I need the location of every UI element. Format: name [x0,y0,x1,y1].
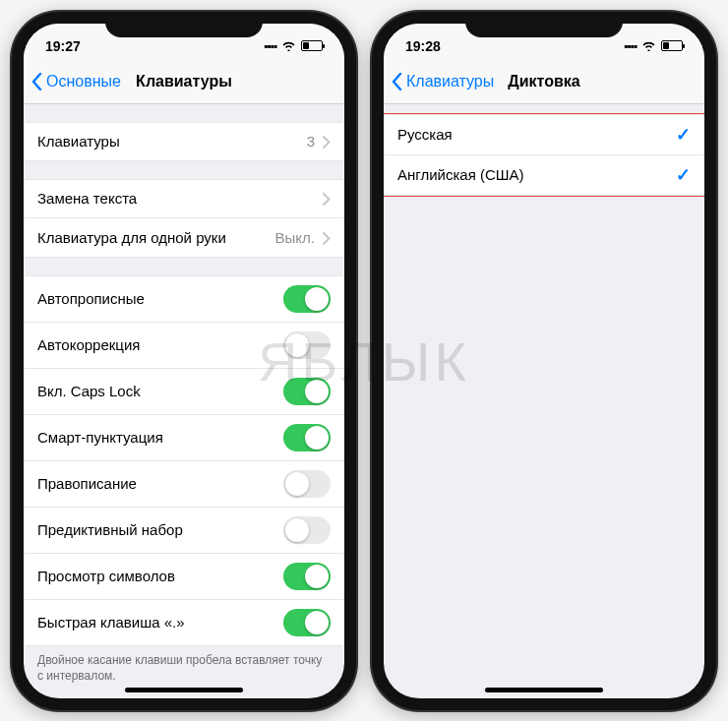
toggle-switch[interactable] [283,331,331,359]
back-label: Клавиатуры [406,73,494,90]
toggle-row[interactable]: Правописание [24,461,344,508]
checkmark-icon: ✓ [676,164,691,186]
battery-icon [301,40,323,51]
page-title: Клавиатуры [136,73,232,90]
cell-label: Смарт-пунктуация [37,429,163,446]
back-button[interactable]: Основные [24,73,121,90]
cell-label: Предиктивный набор [37,521,183,538]
cell-label: Автокоррекция [37,336,140,353]
toggle-switch[interactable] [283,424,331,451]
toggle-switch[interactable] [283,563,331,590]
cell-label: Быстрая клавиша «.» [37,614,185,631]
toggle-row[interactable]: Просмотр символов [24,554,344,600]
toggle-row[interactable]: Предиктивный набор [24,508,344,554]
settings-content[interactable]: Клавиатуры 3 Замена текста [24,104,344,698]
chevron-left-icon [392,73,402,90]
back-button[interactable]: Клавиатуры [384,73,494,90]
toggle-switch[interactable] [283,285,331,313]
screen-right: 19:28 ▪▪▪▪ Клавиатуры Диктовка Русская✓А… [384,24,704,698]
notch [105,12,263,37]
cell-label: Английская (США) [397,166,524,183]
home-indicator[interactable] [485,688,603,692]
status-time: 19:28 [405,38,441,54]
languages-content[interactable]: Русская✓Английская (США)✓ [384,104,704,698]
cell-label: Просмотр символов [37,568,175,584]
cell-label: Правописание [37,475,137,492]
chevron-right-icon [323,192,331,205]
screen-left: 19:27 ▪▪▪▪ Основные Клавиатуры Кла [24,24,344,698]
row-one-handed-keyboard[interactable]: Клавиатура для одной руки Выкл. [24,218,344,258]
back-label: Основные [46,73,121,90]
cellular-signal-icon: ▪▪▪▪ [624,39,637,53]
group-footer-toggles: Двойное касание клавиши пробела вставляе… [24,646,344,686]
toggle-row[interactable]: Автопрописные [24,275,344,323]
language-row[interactable]: Русская✓ [384,114,704,155]
cell-label: Клавиатуры [37,133,120,150]
toggle-switch[interactable] [283,609,331,636]
cell-label: Автопрописные [37,290,145,307]
cell-label: Вкл. Caps Lock [37,383,141,399]
toggle-row[interactable]: Автокоррекция [24,323,344,369]
cell-label: Русская [397,126,453,143]
phone-left: 19:27 ▪▪▪▪ Основные Клавиатуры Кла [12,12,356,710]
battery-icon [661,40,683,51]
toggle-row[interactable]: Быстрая клавиша «.» [24,600,344,646]
cell-value: 3 [307,133,315,150]
chevron-right-icon [323,231,331,244]
chevron-right-icon [323,135,331,148]
language-group: Русская✓Английская (США)✓ [384,114,704,196]
notch [465,12,623,37]
nav-bar: Основные Клавиатуры [24,61,344,104]
toggle-switch[interactable] [283,378,331,405]
phone-right: 19:28 ▪▪▪▪ Клавиатуры Диктовка Русская✓А… [372,12,716,710]
toggle-row[interactable]: Вкл. Caps Lock [24,369,344,415]
cell-label: Замена текста [37,190,137,207]
wifi-icon [281,38,296,54]
toggle-switch[interactable] [283,516,331,544]
checkmark-icon: ✓ [676,124,691,146]
page-title: Диктовка [508,73,579,90]
toggle-group: АвтопрописныеАвтокоррекцияВкл. Caps Lock… [24,275,344,646]
status-time: 19:27 [45,38,81,54]
toggle-row[interactable]: Смарт-пунктуация [24,415,344,461]
row-text-replacement[interactable]: Замена текста [24,179,344,218]
cell-label: Клавиатура для одной руки [37,229,226,246]
home-indicator[interactable] [125,688,243,692]
language-row[interactable]: Английская (США)✓ [384,155,704,196]
wifi-icon [641,38,656,54]
chevron-left-icon [31,73,42,90]
row-keyboards[interactable]: Клавиатуры 3 [24,122,344,161]
toggle-switch[interactable] [283,470,331,498]
cell-value: Выкл. [275,229,315,246]
nav-bar: Клавиатуры Диктовка [384,61,704,104]
cellular-signal-icon: ▪▪▪▪ [264,39,276,53]
